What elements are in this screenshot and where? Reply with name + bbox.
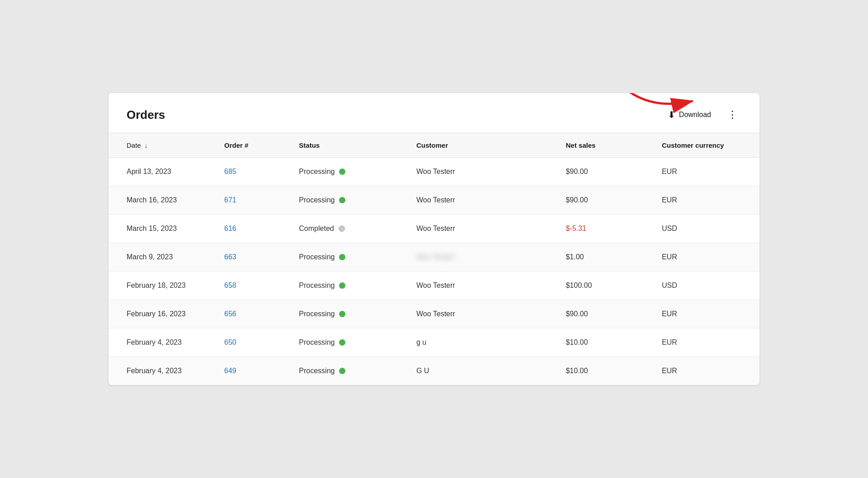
column-customer: Customer [407,133,557,158]
cell-order: 663 [215,243,290,272]
cell-status: Processing [290,158,407,186]
column-net-sales: Net sales [557,133,652,158]
cell-date: April 13, 2023 [108,158,215,186]
table-row: April 13, 2023685ProcessingWoo Testerr$9… [108,158,760,186]
cell-customer: Woo Testerr [407,300,557,328]
order-link[interactable]: 650 [224,338,236,346]
order-link[interactable]: 658 [224,281,236,289]
cell-order: 656 [215,300,290,328]
column-date[interactable]: Date ↓ [108,133,215,158]
column-order: Order # [215,133,290,158]
table-row: March 9, 2023663ProcessingWoo Testerr$1.… [108,243,760,272]
column-status: Status [290,133,407,158]
order-link[interactable]: 685 [224,168,236,175]
cell-date: February 4, 2023 [108,328,215,357]
status-dot-gray [339,225,345,232]
status-dot-green [339,368,345,374]
status-dot-green [339,311,345,317]
table-row: February 16, 2023656ProcessingWoo Tester… [108,300,760,328]
cell-status: Completed [290,215,407,243]
table-row: February 4, 2023650Processingg u$10.00EU… [108,328,760,357]
download-label: Download [679,111,711,119]
orders-table: Date ↓ Order # Status Customer Net sales… [108,133,760,385]
column-customer-currency: Customer currency [653,133,760,158]
cell-order: 649 [215,357,290,385]
table-body: April 13, 2023685ProcessingWoo Testerr$9… [108,158,760,385]
cell-currency: EUR [653,357,760,385]
cell-date: March 15, 2023 [108,215,215,243]
table-header: Date ↓ Order # Status Customer Net sales… [108,133,760,158]
table-row: March 15, 2023616CompletedWoo Testerr$-5… [108,215,760,243]
cell-net-sales: $90.00 [557,158,652,186]
cell-customer: Woo Testerr [407,272,557,300]
cell-date: February 16, 2023 [108,300,215,328]
download-button[interactable]: ⬇ Download [662,106,717,124]
download-icon: ⬇ [668,109,675,120]
cell-date: February 4, 2023 [108,357,215,385]
order-link[interactable]: 656 [224,310,236,318]
status-dot-green [339,254,345,260]
order-link[interactable]: 663 [224,253,236,261]
table-row: February 18, 2023658ProcessingWoo Tester… [108,272,760,300]
status-dot-green [339,169,345,175]
sort-arrow-down: ↓ [145,142,148,149]
status-dot-green [339,339,345,346]
cell-currency: EUR [653,328,760,357]
cell-customer: g u [407,328,557,357]
cell-status: Processing [290,300,407,328]
cell-net-sales: $90.00 [557,186,652,215]
cell-currency: EUR [653,243,760,272]
header-actions: ⬇ Download ⋮ [662,106,741,124]
cell-net-sales: $90.00 [557,300,652,328]
cell-status: Processing [290,357,407,385]
cell-customer: Woo Testerr [407,158,557,186]
page-title: Orders [127,108,165,122]
order-link[interactable]: 616 [224,225,236,232]
cell-status: Processing [290,243,407,272]
cell-net-sales: $1.00 [557,243,652,272]
cell-net-sales: $10.00 [557,357,652,385]
cell-currency: EUR [653,300,760,328]
more-options-button[interactable]: ⋮ [724,107,741,122]
cell-net-sales: $100.00 [557,272,652,300]
cell-net-sales: $-5.31 [557,215,652,243]
order-link[interactable]: 671 [224,196,236,204]
cell-date: March 16, 2023 [108,186,215,215]
order-link[interactable]: 649 [224,367,236,375]
orders-card: Orders ⬇ Download ⋮ [108,93,760,385]
table-row: February 4, 2023649ProcessingG U$10.00EU… [108,357,760,385]
cell-status: Processing [290,186,407,215]
cell-order: 658 [215,272,290,300]
cell-status: Processing [290,272,407,300]
cell-currency: EUR [653,186,760,215]
cell-order: 671 [215,186,290,215]
more-icon: ⋮ [727,109,738,120]
table-row: March 16, 2023671ProcessingWoo Testerr$9… [108,186,760,215]
cell-order: 650 [215,328,290,357]
cell-customer: Woo Testerr [407,243,557,272]
status-dot-green [339,197,345,203]
cell-order: 685 [215,158,290,186]
cell-customer: Woo Testerr [407,215,557,243]
cell-date: March 9, 2023 [108,243,215,272]
cell-net-sales: $10.00 [557,328,652,357]
cell-currency: USD [653,215,760,243]
cell-currency: USD [653,272,760,300]
cell-customer: Woo Testerr [407,186,557,215]
cell-order: 616 [215,215,290,243]
cell-customer: G U [407,357,557,385]
status-dot-green [339,282,345,289]
cell-date: February 18, 2023 [108,272,215,300]
card-header: Orders ⬇ Download ⋮ [108,93,760,133]
cell-currency: EUR [653,158,760,186]
cell-status: Processing [290,328,407,357]
